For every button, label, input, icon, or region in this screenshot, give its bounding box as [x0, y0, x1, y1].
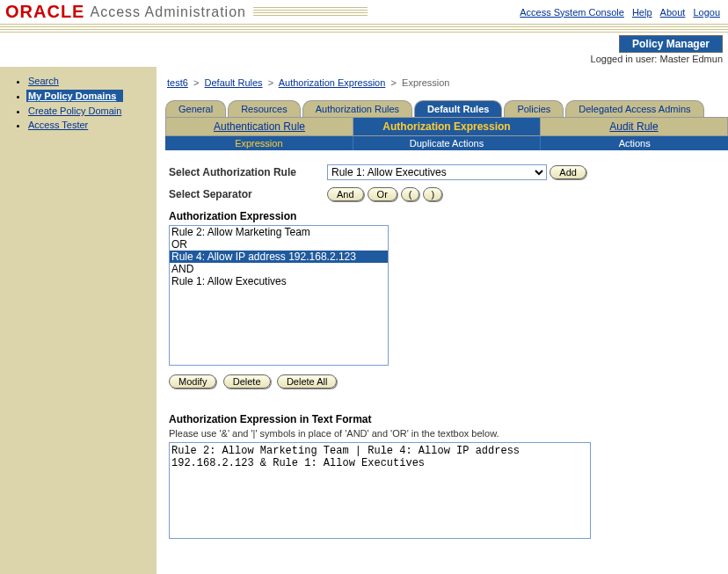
list-item[interactable]: OR — [170, 238, 388, 251]
tabs: General Resources Authorization Rules De… — [165, 100, 728, 117]
main-content: test6 > Default Rules > Authorization Ex… — [157, 67, 728, 574]
form-area: Select Authorization Rule Rule 1: Allow … — [165, 150, 728, 541]
tab-resources[interactable]: Resources — [228, 100, 301, 117]
delete-all-button[interactable]: Delete All — [277, 374, 337, 389]
policy-manager-badge: Policy Manager — [619, 35, 723, 53]
text-format-note: Please use '&' and '|' symbols in place … — [169, 428, 724, 439]
sidebar: Search My Policy Domains Create Policy D… — [0, 67, 157, 574]
link-logout[interactable]: Logou — [693, 7, 720, 18]
breadcrumb-expression: Expression — [402, 77, 449, 88]
link-access-console[interactable]: Access System Console — [520, 7, 624, 18]
tab-default-rules[interactable]: Default Rules — [414, 100, 502, 117]
separator-and-button[interactable]: And — [327, 187, 364, 201]
select-auth-rule[interactable]: Rule 1: Allow Executives — [327, 164, 547, 180]
sidebar-link-create-policy-domain[interactable]: Create Policy Domain — [28, 105, 121, 116]
header-stripe-bar — [0, 24, 728, 34]
link-about[interactable]: About — [660, 7, 686, 18]
subsub-actions[interactable]: Actions — [541, 136, 728, 150]
sidebar-link-access-tester[interactable]: Access Tester — [28, 120, 88, 130]
sidebar-item-create-policy-domain[interactable]: Create Policy Domain — [28, 105, 156, 116]
breadcrumb-sep: > — [193, 77, 199, 88]
sidebar-item-my-policy-domains[interactable]: My Policy Domains — [28, 90, 156, 102]
subtabs: Authentication Rule Authorization Expres… — [165, 117, 728, 136]
breadcrumb: test6 > Default Rules > Authorization Ex… — [167, 77, 728, 88]
subsub-expression[interactable]: Expression — [165, 136, 353, 150]
logged-in-user: Logged in user: Master Edmun — [0, 53, 728, 67]
auth-expression-textarea[interactable] — [169, 442, 591, 539]
sidebar-link-my-policy-domains[interactable]: My Policy Domains — [26, 90, 123, 102]
sidebar-item-search[interactable]: Search — [28, 76, 156, 86]
label-auth-expression-text: Authorization Expression in Text Format — [169, 413, 724, 425]
subtab-audit-rule[interactable]: Audit Rule — [541, 118, 727, 135]
sidebar-link-search[interactable]: Search — [28, 76, 59, 86]
link-help[interactable]: Help — [632, 7, 652, 18]
breadcrumb-default-rules[interactable]: Default Rules — [205, 77, 263, 88]
breadcrumb-sep: > — [268, 77, 273, 88]
subheader: Policy Manager — [0, 35, 728, 53]
list-item[interactable]: Rule 4: Allow IP address 192.168.2.123 — [170, 251, 388, 263]
sub-subtabs: Expression Duplicate Actions Actions — [165, 136, 728, 150]
label-select-auth-rule: Select Authorization Rule — [169, 166, 327, 178]
tab-general[interactable]: General — [165, 100, 226, 117]
delete-button[interactable]: Delete — [223, 374, 271, 389]
tab-policies[interactable]: Policies — [504, 100, 564, 117]
header-decoration — [253, 7, 368, 18]
separator-open-paren-button[interactable]: ( — [401, 187, 420, 201]
app-title: Access Administration — [90, 4, 246, 20]
oracle-logo: ORACLE — [5, 2, 84, 22]
tab-delegated-admins[interactable]: Delegated Access Admins — [565, 100, 703, 117]
label-auth-expression: Authorization Expression — [169, 210, 724, 222]
list-item[interactable]: Rule 1: Allow Executives — [170, 275, 388, 287]
subtab-authentication-rule[interactable]: Authentication Rule — [166, 118, 353, 135]
auth-expression-listbox[interactable]: Rule 2: Allow Marketing Team OR Rule 4: … — [169, 225, 389, 366]
add-button[interactable]: Add — [550, 165, 586, 179]
top-links: Access System Console Help About Logou — [517, 7, 723, 18]
label-select-separator: Select Separator — [169, 188, 327, 200]
breadcrumb-sep: > — [390, 77, 396, 88]
header: ORACLE Access Administration Access Syst… — [0, 0, 728, 24]
list-item[interactable]: AND — [170, 263, 388, 275]
subtab-authorization-expression[interactable]: Authorization Expression — [353, 118, 541, 135]
separator-close-paren-button[interactable]: ) — [423, 187, 442, 201]
breadcrumb-test6[interactable]: test6 — [167, 77, 188, 88]
breadcrumb-auth-expression[interactable]: Authorization Expression — [279, 77, 386, 88]
tab-authorization-rules[interactable]: Authorization Rules — [302, 100, 412, 117]
sidebar-item-access-tester[interactable]: Access Tester — [28, 120, 156, 130]
separator-or-button[interactable]: Or — [368, 187, 397, 201]
modify-button[interactable]: Modify — [169, 374, 216, 389]
list-item[interactable]: Rule 2: Allow Marketing Team — [170, 226, 388, 238]
subsub-duplicate-actions[interactable]: Duplicate Actions — [353, 136, 542, 150]
